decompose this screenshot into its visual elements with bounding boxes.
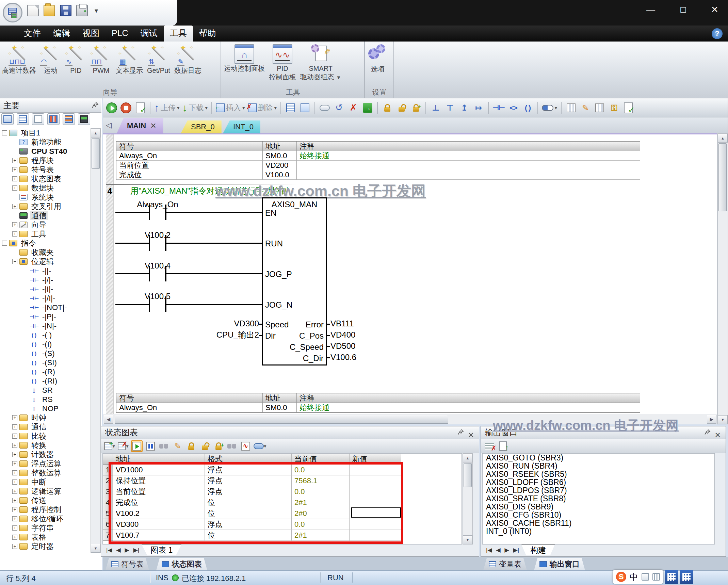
prev-sheet-icon[interactable]: ◀ [115, 547, 123, 554]
tree-item-向导[interactable]: +向导 [1, 220, 90, 229]
taskbar-grid-icon[interactable] [680, 570, 693, 584]
tree-item-程序控制[interactable]: +程序控制 [1, 505, 90, 514]
run-program-button[interactable] [105, 101, 118, 115]
tree-item--|/I|-[interactable]: ⊣⊢-|/I|- [1, 294, 90, 303]
close-tab-icon[interactable]: ✕ [150, 121, 156, 130]
tree-item--(R)[interactable]: ( )-(R) [1, 367, 90, 376]
go-to-button[interactable]: → [361, 101, 374, 115]
tree-item-CPU ST40[interactable]: CPU ST40 [1, 147, 90, 156]
dropdown-caret-icon[interactable]: ▾ [242, 105, 245, 111]
comment-cell[interactable]: 始终接通 [297, 151, 640, 161]
properties-button[interactable] [622, 101, 635, 115]
expand-icon[interactable]: + [12, 434, 17, 439]
address-cell[interactable]: SM0.0 [263, 151, 297, 161]
output-line[interactable]: AXIS0_CFG (SBR10) [483, 511, 714, 519]
app-logo-icon[interactable] [3, 3, 22, 22]
expand-icon[interactable]: + [12, 222, 17, 227]
output-operand[interactable]: VD500 [330, 342, 355, 351]
address-cell[interactable]: SM0.0 [263, 403, 297, 412]
pin-icon[interactable] [705, 429, 711, 435]
tree-item--(I)[interactable]: ( )-(I) [1, 340, 90, 349]
maximize-button[interactable]: □ [672, 2, 694, 17]
output-line[interactable]: AXIS0_RSEEK (SBR5) [483, 470, 714, 478]
expand-icon[interactable]: + [12, 461, 17, 466]
prev-sheet-icon[interactable]: ◀ [495, 547, 502, 554]
expand-icon[interactable]: + [12, 231, 17, 237]
symbol-cell[interactable]: Always_On [116, 403, 263, 412]
menu-item-视图[interactable]: 视图 [76, 26, 106, 42]
build-sheet-tab[interactable]: 构建 [521, 545, 555, 555]
scroll-down-icon[interactable]: ▼ [463, 535, 472, 544]
grid-address-button[interactable] [565, 101, 578, 115]
input-operand[interactable]: VD300 [205, 319, 259, 328]
comment-pill-button[interactable] [318, 101, 331, 115]
output-line[interactable]: AXIS0_LDOFF (SBR6) [483, 478, 714, 486]
address-cell[interactable]: V100.0 [263, 170, 297, 180]
scroll-down-icon[interactable]: ▼ [91, 544, 100, 553]
expand-icon[interactable]: + [12, 507, 17, 512]
new-value-edit-box[interactable] [351, 507, 401, 518]
comment-cell[interactable] [297, 170, 640, 180]
download-button[interactable]: ↓下载▾ [182, 101, 209, 115]
tree-item-位逻辑[interactable]: −位逻辑 [1, 257, 90, 266]
tag-view-button[interactable]: ▾ [254, 440, 266, 452]
tab-scroll-left-icon[interactable]: ◁ [106, 121, 112, 130]
expand-icon[interactable]: + [12, 544, 17, 549]
network-1-button[interactable] [284, 101, 297, 115]
trend-view-button[interactable] [240, 440, 252, 452]
ribbon-item-高速计数器[interactable]: ✦✧✧⊔⊓⊔高速计数器 [0, 44, 38, 76]
minimize-button[interactable]: — [640, 2, 662, 17]
scroll-down-icon[interactable]: ▼ [718, 415, 728, 424]
undo-button[interactable]: ↺ [333, 101, 345, 115]
lock-add-button[interactable] [213, 440, 224, 452]
menu-item-调试[interactable]: 调试 [134, 26, 164, 42]
expand-icon[interactable]: + [12, 443, 17, 448]
chart-sheet-tab[interactable]: 图表 1 [142, 545, 181, 555]
dock-tab-符号表[interactable]: 符号表 [106, 558, 149, 570]
export-output-icon[interactable] [497, 440, 509, 452]
dock-tab-状态图表[interactable]: 状态图表 [156, 558, 207, 570]
expand-icon[interactable]: + [12, 167, 17, 172]
symbol-cell[interactable]: 当前位置 [116, 161, 263, 170]
output-line[interactable]: AXIS0_DIS (SBR9) [483, 503, 714, 511]
find-button[interactable] [158, 440, 170, 452]
close-button[interactable]: ✕ [704, 2, 726, 17]
pin-icon[interactable] [458, 429, 464, 435]
expand-icon[interactable]: + [12, 470, 17, 475]
comment-cell[interactable] [297, 161, 640, 170]
sidebar-scrollbar[interactable]: ▲ ▼ [91, 128, 101, 553]
expand-icon[interactable]: + [12, 158, 17, 163]
first-sheet-icon[interactable]: |◀ [484, 547, 494, 554]
table-delete-button[interactable]: ▾ [117, 440, 129, 452]
insert-contact-button[interactable]: ⊣⊢ [492, 101, 505, 115]
ribbon-item-数据日志[interactable]: ✦✧✧✎数据日志 [172, 44, 204, 76]
instruction-block[interactable]: AXIS0_MANENRUNJOG_PJOG_NSpeedDirErrorC_P… [262, 197, 327, 365]
ribbon-item-SMART[interactable]: ✎SMART驱动器组态 ▼ [298, 44, 343, 82]
list-view-icon[interactable] [63, 113, 75, 125]
toggle-addressing-button[interactable]: ▾ [541, 101, 558, 115]
mixed-view-icon[interactable] [47, 113, 60, 125]
insert-coil-button[interactable]: ( ) [521, 101, 534, 115]
tree-item--|P|-[interactable]: ⊣⊢-|P|- [1, 312, 90, 321]
output-line[interactable]: AXIS0_GOTO (SBR3) [483, 454, 714, 462]
dropdown-caret-icon[interactable]: ▾ [177, 105, 180, 111]
contact-operand[interactable]: V100.4 [120, 261, 195, 271]
grid-clear-button[interactable] [593, 101, 606, 115]
ribbon-item-PID[interactable]: ✦✧✧∿PID [63, 44, 88, 76]
tree-item-收藏夹[interactable]: 收藏夹 [1, 248, 90, 257]
tree-item-逻辑运算[interactable]: +逻辑运算 [1, 487, 90, 496]
output-line[interactable]: AXIS0_RUN (SBR4) [483, 462, 714, 470]
menu-item-编辑[interactable]: 编辑 [47, 26, 76, 42]
open-file-icon[interactable] [44, 5, 55, 16]
ime-keyboard-icon[interactable] [652, 573, 660, 581]
tree-item-项目1[interactable]: −项目1 [1, 128, 90, 137]
document-view-icon[interactable] [32, 113, 44, 125]
expand-icon[interactable]: + [12, 516, 17, 521]
print-icon[interactable] [76, 5, 88, 16]
first-sheet-icon[interactable]: |◀ [104, 547, 114, 554]
monitor-view-icon[interactable] [78, 113, 90, 125]
tree-item-新增功能[interactable]: 新增功能 [1, 137, 90, 147]
lock-add-button[interactable] [409, 101, 422, 115]
tree-item-字符串[interactable]: +字符串 [1, 523, 90, 533]
tree-item-交叉引用[interactable]: +交叉引用 [1, 202, 90, 211]
